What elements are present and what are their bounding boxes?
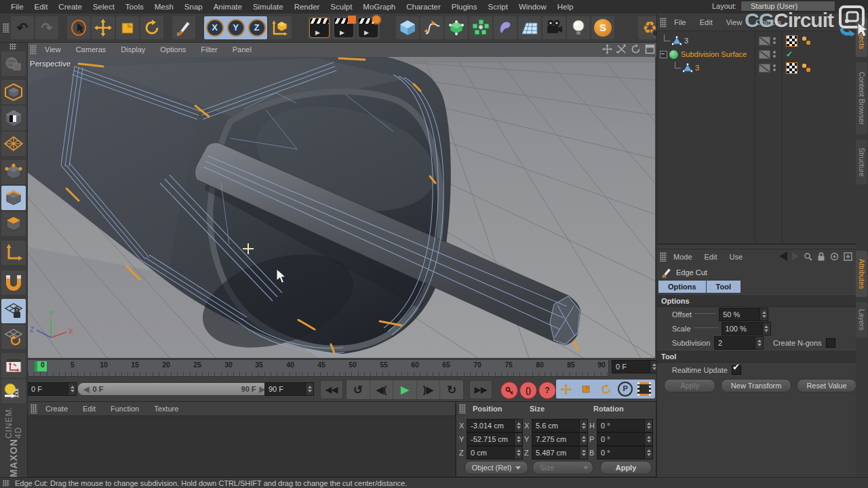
- record-keyframe-button[interactable]: [500, 382, 518, 399]
- expand-toggle[interactable]: [660, 51, 667, 58]
- object-row-polygon-child[interactable]: 3: [657, 61, 856, 75]
- subdivision-surface-tool-button[interactable]: [445, 16, 468, 39]
- mm-menu-edit[interactable]: Edit: [76, 403, 102, 414]
- lock-y-button[interactable]: Y: [225, 16, 246, 39]
- rotate-tool-button[interactable]: [140, 16, 163, 39]
- subdivision-field[interactable]: 2: [714, 336, 764, 350]
- vp-menu-panel[interactable]: Panel: [226, 44, 258, 55]
- value-spinner[interactable]: [579, 433, 587, 445]
- value-spinner[interactable]: [644, 433, 652, 445]
- edges-mode-button[interactable]: [1, 186, 26, 210]
- polygons-mode-button[interactable]: [1, 211, 26, 236]
- tab-objects[interactable]: Objects: [856, 18, 867, 57]
- object-name[interactable]: 3: [684, 37, 688, 45]
- model-mode-button[interactable]: [1, 80, 26, 104]
- vp-menu-cameras[interactable]: Cameras: [69, 44, 113, 55]
- visibility-dots[interactable]: [773, 37, 776, 44]
- size-z-field[interactable]: 5.487 cm: [532, 446, 588, 460]
- lock-x-button[interactable]: X: [204, 16, 225, 39]
- move-tool-button[interactable]: [92, 16, 115, 39]
- history-forward-icon[interactable]: [792, 252, 799, 260]
- value-spinner[interactable]: [514, 433, 522, 445]
- enabled-checkmark[interactable]: ✓: [786, 49, 793, 59]
- rotate-view-icon[interactable]: [631, 44, 641, 54]
- object-name[interactable]: Subdivision Surface: [681, 50, 747, 58]
- attribute-grip[interactable]: [660, 252, 667, 262]
- new-transform-button[interactable]: New Transform: [721, 379, 791, 392]
- viewport-3d-scene[interactable]: Y X Z: [27, 57, 655, 358]
- end-frame-field[interactable]: 90 F: [264, 382, 314, 396]
- coordinates-toggle-button[interactable]: [1, 353, 26, 378]
- goto-start-button[interactable]: ◀◀: [320, 380, 343, 399]
- goto-end-button[interactable]: ▶▶: [469, 380, 492, 399]
- position-y-field[interactable]: -52.715 cm: [467, 432, 523, 446]
- om-menu-objects[interactable]: Objects: [749, 17, 787, 28]
- spline-pen-button[interactable]: [420, 16, 443, 39]
- value-spinner[interactable]: [579, 447, 587, 459]
- live-selection-button[interactable]: [67, 16, 90, 39]
- size-mode-dropdown[interactable]: Size: [532, 461, 593, 474]
- menu-script[interactable]: Script: [482, 1, 513, 13]
- value-spinner[interactable]: [644, 420, 652, 432]
- position-z-field[interactable]: 0 cm: [467, 446, 523, 460]
- coordinates-apply-button[interactable]: Apply: [600, 461, 652, 474]
- object-row-subdivision-surface[interactable]: Subdivision Surface ✓: [657, 47, 856, 61]
- scale-tool-button[interactable]: [116, 16, 139, 39]
- play-forward-button[interactable]: ↻: [440, 380, 463, 399]
- tab-options[interactable]: Options: [658, 281, 706, 293]
- vp-menu-display[interactable]: Display: [114, 44, 152, 55]
- zoom-view-icon[interactable]: [616, 44, 627, 54]
- array-generator-button[interactable]: [469, 16, 492, 39]
- attr-menu-edit[interactable]: Edit: [699, 251, 723, 262]
- om-menu-edit[interactable]: Edit: [694, 17, 719, 28]
- key-position-toggle[interactable]: [556, 380, 576, 399]
- om-menu-view[interactable]: View: [720, 17, 749, 28]
- palette-grip[interactable]: [9, 43, 16, 50]
- size-y-field[interactable]: 7.275 cm: [532, 432, 588, 446]
- timeline-editor-button[interactable]: [635, 380, 654, 399]
- autokey-button[interactable]: (): [519, 382, 537, 399]
- timeline-ruler[interactable]: 0 5 10 15 20 25 30 35 40 45 50 55 60 65 …: [27, 358, 655, 377]
- mm-menu-function[interactable]: Function: [104, 403, 146, 414]
- frame-spinner[interactable]: [305, 383, 313, 395]
- uvw-tag-icon[interactable]: [786, 35, 797, 47]
- search-icon[interactable]: [804, 252, 812, 261]
- play-backward-button[interactable]: ↺: [347, 380, 370, 399]
- menu-character[interactable]: Character: [401, 1, 446, 13]
- value-spinner[interactable]: [644, 447, 652, 459]
- new-panel-icon[interactable]: [844, 252, 852, 261]
- material-list-empty[interactable]: [28, 416, 455, 476]
- tab-layers[interactable]: Layers: [856, 302, 867, 338]
- object-tree[interactable]: 3 Subdivision Surface ✓: [657, 30, 856, 245]
- coordinate-mode-dropdown[interactable]: Object (Rel): [465, 461, 528, 474]
- rotation-b-field[interactable]: 0 °: [597, 446, 653, 460]
- toggle-view-icon[interactable]: [645, 44, 655, 54]
- target-icon[interactable]: [830, 252, 839, 261]
- pan-view-icon[interactable]: [602, 44, 612, 54]
- texture-mode-button[interactable]: [1, 106, 26, 130]
- mm-menu-texture[interactable]: Texture: [147, 403, 185, 414]
- toolbar-grip[interactable]: [3, 23, 9, 33]
- vp-menu-options[interactable]: Options: [153, 44, 193, 55]
- value-spinner[interactable]: [579, 420, 587, 432]
- xyz-axis-button[interactable]: XYZ: [1, 379, 26, 403]
- menu-tools[interactable]: Tools: [120, 1, 149, 13]
- menu-edit[interactable]: Edit: [29, 1, 54, 13]
- rotation-h-field[interactable]: 0 °: [597, 419, 653, 432]
- vp-menu-filter[interactable]: Filter: [194, 44, 224, 55]
- object-name[interactable]: 3: [695, 64, 699, 72]
- status-grip[interactable]: [3, 480, 9, 487]
- redo-button[interactable]: ↷: [35, 16, 58, 39]
- ruler-bar[interactable]: 0 5 10 15 20 25 30 35 40 45 50 55 60 65 …: [27, 359, 609, 377]
- lock-z-button[interactable]: Z: [246, 16, 267, 39]
- coordinate-system-button[interactable]: [269, 16, 292, 39]
- key-scale-toggle[interactable]: [576, 380, 595, 399]
- keyframe-selection-button[interactable]: ?: [538, 382, 556, 399]
- play-button[interactable]: ▶: [393, 380, 417, 399]
- lock-workplane-button[interactable]: [1, 299, 26, 323]
- menu-snap[interactable]: Snap: [179, 1, 208, 13]
- menu-sculpt[interactable]: Sculpt: [325, 1, 357, 13]
- mm-menu-create[interactable]: Create: [39, 403, 75, 414]
- key-rotation-toggle[interactable]: [595, 380, 615, 399]
- deformer-button[interactable]: [494, 16, 517, 39]
